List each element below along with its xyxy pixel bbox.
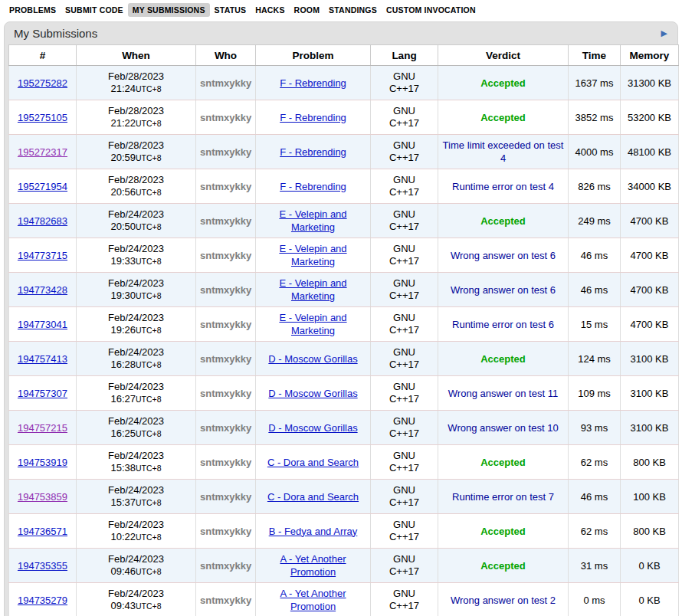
nav-item-submit-code[interactable]: SUBMIT CODE [61,3,128,17]
submission-id-link[interactable]: 194782683 [18,215,67,227]
verdict-text: Runtime error on test 4 [452,181,554,192]
user-link[interactable]: sntmxykky [200,146,251,158]
submission-clock-time: 20:50UTC+8 [80,221,192,233]
verdict-text: Time limit exceeded on test 4 [443,139,564,164]
expand-arrow-icon[interactable]: ▶ [661,29,667,38]
submission-when: Feb/24/202320:50UTC+8 [77,204,196,238]
column-header-time: Time [569,45,621,66]
problem-link[interactable]: E - Velepin and Marketing [279,243,346,267]
problem-link[interactable]: A - Yet Another Promotion [280,553,346,578]
submission-lang: GNU C++17 [371,480,438,514]
verdict-text: Wrong answer on test 6 [451,284,556,296]
time-consumed: 62 ms [569,445,621,480]
timezone-label: UTC+8 [136,429,162,438]
submission-clock-time: 19:30UTC+8 [80,290,192,302]
time-consumed: 46 ms [569,273,621,307]
problem-link[interactable]: C - Dora and Search [267,491,359,503]
problem-link[interactable]: D - Moscow Gorillas [268,353,357,365]
submission-date: Feb/24/2023 [80,553,192,565]
user-link[interactable]: sntmxykky [200,491,251,503]
memory-consumed: 3100 KB [621,376,679,411]
verdict-text: Accepted [480,560,526,572]
verdict-text: Accepted [480,215,526,227]
column-header-when: When [77,45,196,66]
timezone-label: UTC+8 [136,257,162,266]
verdict-text: Wrong answer on test 2 [451,595,556,606]
user-link[interactable]: sntmxykky [200,319,251,330]
submission-row: 194736571Feb/24/202310:22UTC+8sntmxykkyB… [9,514,679,549]
submission-id-link[interactable]: 194773428 [18,284,67,296]
submission-lang: GNU C++17 [371,204,438,238]
problem-link[interactable]: F - Rebrending [280,181,346,192]
submission-when: Feb/24/202309:43UTC+8 [77,583,196,616]
nav-item-standings[interactable]: STANDINGS [324,3,382,17]
timezone-label: UTC+8 [136,119,162,128]
submission-id-link[interactable]: 194753919 [18,457,67,468]
submission-when: Feb/24/202316:25UTC+8 [77,411,196,445]
problem-link[interactable]: E - Velepin and Marketing [279,277,346,302]
submission-id-link[interactable]: 194735279 [18,595,67,606]
user-link[interactable]: sntmxykky [200,422,251,434]
problem-link[interactable]: B - Fedya and Array [269,526,358,537]
problem-link[interactable]: F - Rebrending [280,77,346,89]
nav-item-room[interactable]: ROOM [290,3,324,17]
user-link[interactable]: sntmxykky [200,388,251,399]
nav-item-status[interactable]: STATUS [210,3,251,17]
submission-date: Feb/28/2023 [80,174,192,186]
submission-lang: GNU C++17 [371,445,438,480]
submission-row: 194773715Feb/24/202319:33UTC+8sntmxykkyE… [9,238,679,273]
submission-clock-time: 09:46UTC+8 [80,565,192,578]
problem-link[interactable]: F - Rebrending [280,146,346,158]
submission-id-link[interactable]: 194757215 [18,422,67,434]
submission-id-link[interactable]: 194735355 [18,560,67,572]
submission-lang: GNU C++17 [371,549,438,583]
submission-date: Feb/24/2023 [80,588,192,600]
submission-id-link[interactable]: 194773715 [18,250,67,261]
problem-link[interactable]: A - Yet Another Promotion [280,588,346,612]
user-link[interactable]: sntmxykky [200,526,251,537]
user-link[interactable]: sntmxykky [200,112,251,123]
submission-id-link[interactable]: 195275282 [18,77,67,89]
nav-item-hacks[interactable]: HACKS [251,3,289,17]
problem-link[interactable]: C - Dora and Search [267,457,359,468]
user-link[interactable]: sntmxykky [200,250,251,261]
verdict-text: Wrong answer on test 11 [448,388,558,399]
problem-link[interactable]: D - Moscow Gorillas [268,422,357,434]
submissions-table: #WhenWhoProblemLangVerdictTimeMemory 195… [8,44,679,616]
time-consumed: 0 ms [569,583,621,616]
submission-id-link[interactable]: 195275105 [18,112,67,123]
submission-when: Feb/28/202321:24UTC+8 [77,66,196,100]
timezone-label: UTC+8 [136,532,162,542]
submission-id-link[interactable]: 194736571 [18,526,67,537]
memory-consumed: 4700 KB [621,204,679,238]
verdict-text: Wrong answer on test 10 [448,422,558,434]
submission-id-link[interactable]: 194753859 [18,491,67,503]
memory-consumed: 100 KB [621,480,679,514]
problem-link[interactable]: D - Moscow Gorillas [268,388,357,399]
time-consumed: 4000 ms [569,135,621,169]
problem-link[interactable]: F - Rebrending [280,112,346,123]
problem-link[interactable]: E - Velepin and Marketing [279,312,346,336]
problem-link[interactable]: E - Velepin and Marketing [279,208,346,233]
submission-date: Feb/24/2023 [80,484,192,496]
nav-item-problems[interactable]: PROBLEMS [5,3,61,17]
submission-id-link[interactable]: 194773041 [18,319,67,330]
user-link[interactable]: sntmxykky [200,215,251,227]
submission-when: Feb/28/202321:22UTC+8 [77,100,196,135]
submission-id-link[interactable]: 195271954 [18,181,67,192]
submission-id-link[interactable]: 194757413 [18,353,67,365]
user-link[interactable]: sntmxykky [200,284,251,296]
user-link[interactable]: sntmxykky [200,560,251,572]
user-link[interactable]: sntmxykky [200,457,251,468]
nav-item-custom-invocation[interactable]: CUSTOM INVOCATION [382,3,480,17]
submission-date: Feb/24/2023 [80,519,192,531]
time-consumed: 93 ms [569,411,621,445]
user-link[interactable]: sntmxykky [200,181,251,192]
nav-item-my-submissions[interactable]: MY SUBMISSIONS [128,3,210,17]
user-link[interactable]: sntmxykky [200,353,251,365]
submission-row: 194773041Feb/24/202319:26UTC+8sntmxykkyE… [9,307,679,342]
user-link[interactable]: sntmxykky [200,77,251,89]
submission-id-link[interactable]: 194757307 [18,388,67,399]
submission-id-link[interactable]: 195272317 [18,146,67,158]
user-link[interactable]: sntmxykky [200,595,251,606]
